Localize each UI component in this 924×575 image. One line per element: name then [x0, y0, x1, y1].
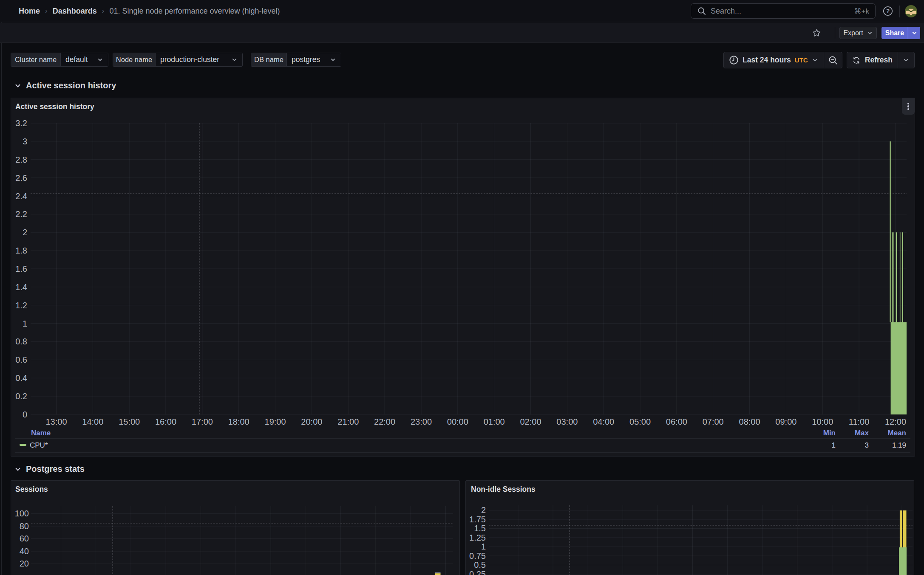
svg-text:22:00: 22:00 [374, 417, 395, 426]
svg-text:60: 60 [20, 534, 29, 543]
svg-text:18:00: 18:00 [228, 417, 249, 426]
svg-text:20:00: 20:00 [301, 417, 322, 426]
svg-text:0: 0 [23, 410, 27, 419]
svg-text:100: 100 [15, 509, 29, 518]
svg-text:3.2: 3.2 [15, 118, 27, 128]
svg-text:0.6: 0.6 [15, 355, 27, 364]
svg-text:04:00: 04:00 [593, 417, 614, 426]
svg-text:0.75: 0.75 [469, 551, 486, 561]
svg-text:0.25: 0.25 [469, 569, 486, 575]
svg-text:1.25: 1.25 [469, 533, 486, 542]
svg-text:13:00: 13:00 [45, 417, 67, 426]
svg-text:80: 80 [20, 521, 29, 531]
svg-text:05:00: 05:00 [629, 417, 651, 426]
svg-text:08:00: 08:00 [739, 417, 760, 426]
svg-text:40: 40 [20, 547, 29, 556]
svg-text:2.2: 2.2 [15, 209, 27, 219]
svg-text:3: 3 [23, 137, 27, 146]
svg-text:1.4: 1.4 [15, 282, 27, 292]
svg-text:01:00: 01:00 [484, 417, 505, 426]
svg-text:1.2: 1.2 [15, 301, 27, 310]
svg-text:0.2: 0.2 [15, 392, 27, 401]
svg-text:20: 20 [20, 559, 29, 568]
svg-text:1.6: 1.6 [15, 264, 27, 273]
svg-text:06:00: 06:00 [666, 417, 687, 426]
svg-text:2: 2 [481, 505, 486, 515]
svg-text:03:00: 03:00 [556, 417, 578, 426]
svg-text:10:00: 10:00 [812, 417, 833, 426]
svg-text:1: 1 [23, 319, 27, 328]
svg-text:17:00: 17:00 [192, 417, 213, 426]
svg-text:2.8: 2.8 [15, 155, 27, 164]
svg-text:2.6: 2.6 [15, 173, 27, 183]
svg-text:0.4: 0.4 [15, 373, 27, 383]
svg-text:00:00: 00:00 [447, 417, 468, 426]
svg-text:0.5: 0.5 [474, 560, 486, 569]
svg-text:1: 1 [481, 542, 486, 551]
svg-text:16:00: 16:00 [155, 417, 176, 426]
svg-text:07:00: 07:00 [703, 417, 724, 426]
svg-text:19:00: 19:00 [265, 417, 286, 426]
svg-text:1.75: 1.75 [469, 515, 486, 524]
svg-text:21:00: 21:00 [337, 417, 359, 426]
svg-text:09:00: 09:00 [775, 417, 796, 426]
svg-text:12:00: 12:00 [885, 417, 906, 426]
svg-text:23:00: 23:00 [411, 417, 432, 426]
svg-text:11:00: 11:00 [849, 417, 870, 426]
svg-text:2.4: 2.4 [15, 192, 27, 201]
svg-text:15:00: 15:00 [119, 417, 140, 426]
svg-text:0.8: 0.8 [15, 337, 27, 346]
svg-text:14:00: 14:00 [82, 417, 103, 426]
svg-text:1.8: 1.8 [15, 246, 27, 255]
svg-text:1.5: 1.5 [474, 524, 486, 533]
svg-text:02:00: 02:00 [520, 417, 541, 426]
svg-text:2: 2 [23, 228, 27, 237]
